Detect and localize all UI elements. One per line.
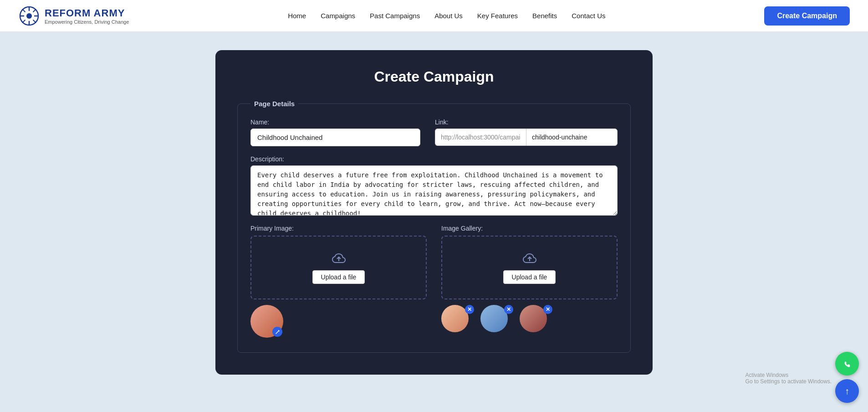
gallery-thumb-img-1 — [441, 305, 469, 332]
svg-line-6 — [22, 9, 26, 12]
nav-past-campaigns[interactable]: Past Campaigns — [370, 12, 420, 20]
gallery-thumb-img-2 — [480, 305, 508, 332]
gallery-thumb-1: ✕ — [441, 305, 474, 338]
svg-line-7 — [33, 20, 36, 23]
svg-point-1 — [26, 13, 32, 19]
nav-contact-us[interactable]: Contact Us — [572, 12, 605, 20]
section-legend: Page Details — [250, 100, 298, 108]
gallery-image-group: Image Gallery: Upload a file — [441, 225, 618, 299]
brand-logo-link[interactable]: REFORM ARMY Empowering Citizens, Driving… — [18, 5, 129, 27]
primary-image-upload-button[interactable]: Upload a file — [312, 270, 365, 284]
thumbnails-row: ✕ ✕ ✕ — [250, 305, 618, 338]
primary-image-label: Primary Image: — [250, 225, 427, 232]
link-input-row — [435, 129, 618, 146]
svg-line-8 — [33, 9, 36, 12]
main-content: Create Campaign Page Details Name: Link: — [0, 32, 868, 393]
description-input[interactable] — [250, 165, 618, 216]
gallery-thumb-img-3 — [520, 305, 547, 332]
link-label: Link: — [435, 118, 618, 126]
name-group: Name: — [250, 118, 420, 146]
description-label: Description: — [250, 155, 618, 163]
gallery-image-dropzone[interactable]: Upload a file — [441, 236, 618, 299]
nav-benefits[interactable]: Benefits — [532, 12, 557, 20]
primary-image-dropzone[interactable]: Upload a file — [250, 236, 427, 299]
description-group: Description: — [250, 155, 618, 216]
brand-tagline: Empowering Citizens, Driving Change — [45, 19, 129, 25]
gallery-thumb-remove-2[interactable]: ✕ — [504, 305, 513, 314]
nav-create-campaign-button[interactable]: Create Campaign — [764, 6, 850, 26]
primary-thumb-edit-button[interactable] — [272, 327, 282, 337]
link-base-input[interactable] — [435, 129, 526, 146]
page-title: Create Campaign — [237, 68, 631, 85]
description-row: Description: — [250, 155, 618, 216]
upload-row: Primary Image: Upload a file Image Galle… — [250, 225, 618, 299]
name-link-row: Name: Link: — [250, 118, 618, 146]
scroll-top-button[interactable]: ↑ — [835, 379, 859, 403]
brand-text: REFORM ARMY Empowering Citizens, Driving… — [45, 7, 129, 25]
whatsapp-button[interactable] — [835, 352, 859, 376]
primary-thumb-area — [250, 305, 427, 338]
brand-logo-icon — [18, 5, 40, 27]
name-input[interactable] — [250, 129, 420, 146]
nav-key-features[interactable]: Key Features — [477, 12, 518, 20]
gallery-thumb-remove-1[interactable]: ✕ — [465, 305, 474, 314]
nav-links: Home Campaigns Past Campaigns About Us K… — [288, 12, 605, 20]
name-label: Name: — [250, 118, 420, 126]
gallery-thumb-remove-3[interactable]: ✕ — [543, 305, 552, 314]
brand-name: REFORM ARMY — [45, 7, 129, 19]
upload-cloud-icon — [331, 251, 347, 266]
gallery-label: Image Gallery: — [441, 225, 618, 232]
svg-point-12 — [841, 357, 853, 370]
primary-thumbnail — [250, 305, 283, 338]
navbar: REFORM ARMY Empowering Citizens, Driving… — [0, 0, 868, 32]
gallery-thumbs-area: ✕ ✕ ✕ — [441, 305, 618, 338]
gallery-thumb-3: ✕ — [520, 305, 552, 338]
primary-image-group: Primary Image: Upload a file — [250, 225, 427, 299]
gallery-thumb-2: ✕ — [480, 305, 513, 338]
svg-line-9 — [22, 20, 26, 23]
upload-cloud-icon-gallery — [521, 251, 538, 266]
gallery-image-upload-button[interactable]: Upload a file — [503, 270, 556, 284]
nav-campaigns[interactable]: Campaigns — [321, 12, 355, 20]
nav-home[interactable]: Home — [288, 12, 306, 20]
link-slug-input[interactable] — [526, 129, 618, 146]
page-details-section: Page Details Name: Link: Desc — [237, 100, 631, 353]
link-group: Link: — [435, 118, 618, 146]
form-card: Create Campaign Page Details Name: Link: — [215, 50, 653, 375]
nav-about-us[interactable]: About Us — [434, 12, 463, 20]
